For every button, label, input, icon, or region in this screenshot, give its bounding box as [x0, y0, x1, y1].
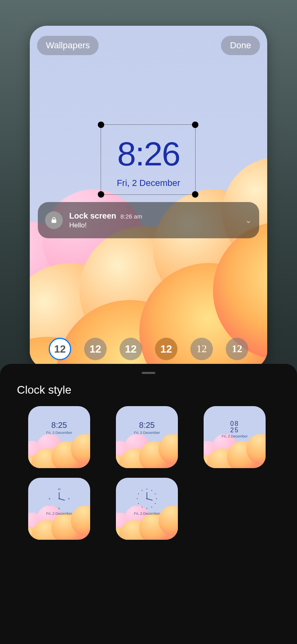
svg-text:12: 12 [58, 488, 61, 490]
svg-point-57 [142, 507, 142, 508]
lock-icon [45, 211, 63, 229]
svg-point-53 [156, 498, 157, 499]
sheet-grabber[interactable] [142, 372, 155, 374]
svg-point-58 [138, 503, 139, 504]
clock-style-option-4[interactable]: Fri, 2 December [116, 478, 178, 540]
svg-point-55 [151, 507, 152, 508]
done-button[interactable]: Done [221, 36, 260, 55]
resize-handle-tr[interactable] [192, 122, 198, 128]
clock-style-option-1[interactable]: 8:25Fri, 2 December [116, 406, 178, 468]
font-options-row: 121212121212 [30, 338, 267, 360]
notification-body: Lock screen 8:26 am Hello! [69, 211, 242, 229]
notification-card[interactable]: Lock screen 8:26 am Hello! ⌄ [38, 202, 259, 238]
resize-handle-br[interactable] [192, 191, 198, 198]
svg-point-59 [137, 498, 138, 499]
chevron-down-icon[interactable]: ⌄ [245, 215, 252, 225]
clock-style-option-3[interactable]: 12 3 6 9 Fri, 2 December [28, 478, 90, 540]
clock-style-sheet: Clock style 8:25Fri, 2 December [0, 364, 297, 644]
clock-time: 8:26 [30, 134, 267, 173]
svg-point-56 [146, 508, 147, 509]
font-option-2[interactable]: 12 [120, 338, 142, 360]
font-option-1[interactable]: 12 [84, 338, 107, 360]
svg-text:3: 3 [68, 497, 70, 500]
clock-date: Fri, 2 December [30, 178, 267, 188]
svg-point-52 [155, 493, 156, 494]
font-option-4[interactable]: 12 [190, 338, 213, 360]
wallpaper [30, 26, 267, 368]
svg-point-54 [155, 503, 156, 504]
resize-handle-bl[interactable] [98, 191, 104, 198]
svg-rect-12 [52, 219, 56, 223]
svg-point-43 [59, 498, 60, 500]
clock-style-grid: 8:25Fri, 2 December 8:25Fri, 2 December [0, 406, 297, 540]
font-option-5[interactable]: 12 [226, 338, 248, 360]
clock-style-option-0[interactable]: 8:25Fri, 2 December [28, 406, 90, 468]
font-option-0[interactable]: 12 [49, 338, 71, 360]
svg-point-51 [151, 490, 152, 491]
font-option-3[interactable]: 12 [155, 338, 177, 360]
lockscreen-preview: Wallpapers Done 8:26 Fri, 2 December Loc… [30, 26, 267, 368]
notification-message: Hello! [69, 221, 242, 229]
wallpapers-button[interactable]: Wallpapers [37, 36, 99, 55]
notification-time: 8:26 am [120, 213, 142, 220]
svg-point-64 [146, 498, 148, 500]
clock-style-option-2[interactable]: 0825Fri, 2 December [204, 406, 266, 468]
svg-text:9: 9 [49, 497, 50, 500]
notification-title: Lock screen [69, 211, 116, 221]
svg-line-63 [147, 499, 153, 500]
svg-point-50 [146, 489, 147, 489]
svg-line-42 [59, 499, 65, 500]
sheet-title: Clock style [17, 384, 297, 396]
svg-text:6: 6 [58, 507, 60, 510]
svg-point-60 [138, 493, 139, 494]
resize-handle-tl[interactable] [98, 122, 104, 128]
svg-point-61 [142, 490, 142, 491]
